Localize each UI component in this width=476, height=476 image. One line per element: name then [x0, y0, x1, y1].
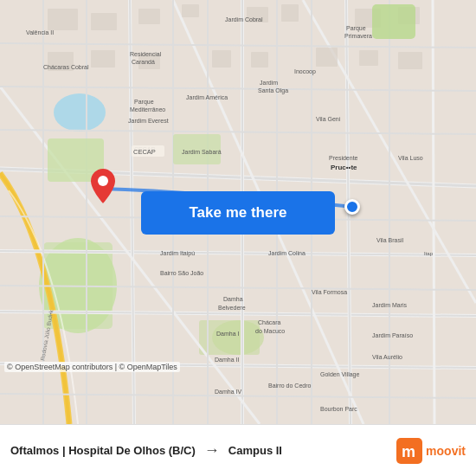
svg-text:Damha I: Damha I [216, 331, 240, 337]
svg-rect-36 [138, 9, 160, 24]
svg-text:Vila Brasil: Vila Brasil [376, 237, 403, 243]
bottom-bar: Oftalmos | Hospital De Olhos (B/C) → Cam… [0, 424, 476, 476]
svg-text:Parque: Parque [134, 99, 154, 106]
origin-pin [91, 169, 115, 200]
svg-text:Belvedere: Belvedere [218, 305, 246, 311]
svg-text:Santa Olga: Santa Olga [258, 87, 288, 94]
svg-text:Damha IV: Damha IV [215, 389, 241, 395]
svg-text:CECAP: CECAP [133, 148, 156, 156]
svg-text:Damha II: Damha II [215, 357, 239, 363]
svg-point-5 [54, 93, 106, 132]
svg-text:Presidente: Presidente [329, 155, 358, 161]
destination-label: Campus II [228, 444, 396, 457]
take-me-there-button[interactable]: Take me there [141, 191, 335, 235]
svg-text:Itap: Itap [424, 251, 434, 256]
svg-text:Bairro São João: Bairro São João [160, 270, 203, 276]
svg-text:Inocoop: Inocoop [294, 68, 316, 75]
map-attribution: © OpenStreetMap contributors | © OpenMap… [4, 362, 180, 372]
svg-text:Jardim América: Jardim América [186, 94, 228, 100]
svg-text:Bairro do Cedro: Bairro do Cedro [268, 383, 312, 389]
svg-text:Jardim Paraíso: Jardim Paraíso [372, 332, 413, 338]
arrow-icon: → [204, 441, 220, 460]
svg-text:Mediterrâneo: Mediterrâneo [130, 106, 165, 113]
svg-text:Jardim: Jardim [260, 80, 278, 86]
svg-rect-47 [316, 48, 338, 67]
svg-text:Vila Aurélio: Vila Aurélio [372, 354, 402, 360]
svg-rect-48 [359, 50, 378, 66]
svg-text:Primavera: Primavera [344, 33, 372, 39]
svg-text:Jardim Everest: Jardim Everest [128, 118, 169, 124]
svg-text:Chácaras Cobral: Chácaras Cobral [43, 64, 89, 70]
svg-text:Jardim Sabará: Jardim Sabará [182, 149, 222, 155]
svg-rect-46 [251, 52, 268, 68]
svg-text:Residencial: Residencial [130, 51, 162, 57]
svg-text:Jardim Maris: Jardim Maris [372, 302, 408, 308]
svg-text:Parque: Parque [346, 25, 366, 32]
svg-text:Vila Formosa: Vila Formosa [312, 289, 347, 295]
svg-text:Pruc••te: Pruc••te [331, 164, 357, 171]
svg-rect-49 [398, 52, 422, 69]
svg-text:Carandá: Carandá [132, 59, 155, 65]
svg-rect-45 [212, 50, 231, 68]
destination-dot [344, 199, 360, 215]
svg-text:Golden Village: Golden Village [320, 371, 360, 378]
svg-rect-37 [182, 4, 199, 17]
map-container: Valência II Chácaras Cobral Residencial … [0, 0, 476, 424]
svg-text:do Macuco: do Macuco [255, 328, 285, 334]
svg-rect-50 [372, 4, 415, 39]
svg-point-95 [98, 176, 108, 186]
svg-text:Valência II: Valência II [26, 29, 54, 35]
svg-rect-34 [48, 9, 78, 30]
svg-text:Damha: Damha [223, 296, 243, 302]
moovit-text: moovit [426, 444, 466, 458]
svg-text:Chácara: Chácara [258, 319, 281, 325]
svg-text:Jardim Itaipú: Jardim Itaipú [160, 250, 195, 257]
svg-text:Vila Luso: Vila Luso [398, 155, 423, 161]
moovit-logo: m moovit [396, 438, 466, 464]
svg-rect-39 [281, 4, 299, 22]
svg-rect-35 [91, 13, 117, 30]
svg-text:Vila Geni: Vila Geni [316, 116, 341, 122]
svg-text:Jardim Cobral: Jardim Cobral [225, 16, 263, 23]
svg-line-20 [433, 0, 434, 424]
svg-text:Bourbon Parc: Bourbon Parc [320, 406, 357, 412]
svg-rect-43 [91, 50, 115, 68]
svg-text:Jardim Colina: Jardim Colina [268, 250, 306, 256]
svg-text:m: m [402, 443, 415, 460]
origin-label: Oftalmos | Hospital De Olhos (B/C) [10, 444, 196, 457]
